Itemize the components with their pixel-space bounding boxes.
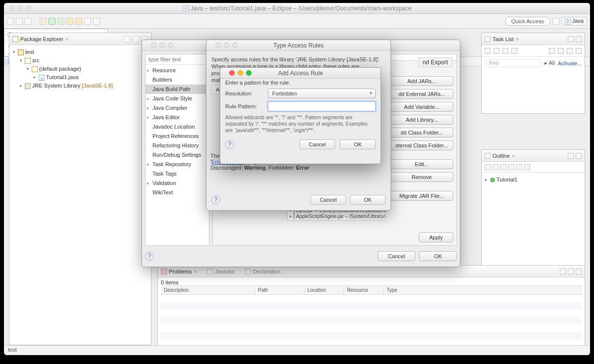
new-icon[interactable] <box>7 18 14 25</box>
apply-button[interactable]: Apply <box>419 232 453 242</box>
order-export-tab[interactable]: nd Export <box>418 57 452 67</box>
property-category-java-build-path[interactable]: Java Build Path <box>146 85 209 94</box>
collapse-all-icon[interactable] <box>123 36 130 43</box>
new-task-icon[interactable] <box>485 48 491 54</box>
cancel-button[interactable]: Cancel <box>299 139 335 149</box>
run-icon[interactable] <box>49 18 55 25</box>
minimize-icon[interactable] <box>568 36 574 42</box>
migrate-jar-button[interactable]: Migrate JAR File... <box>390 191 453 201</box>
quick-access-field[interactable]: Quick Access <box>505 17 550 26</box>
hide-icon[interactable] <box>558 48 564 54</box>
hide-nonpublic-icon[interactable] <box>508 164 514 170</box>
java-perspective-button[interactable]: J Java <box>561 17 587 26</box>
add-library-button[interactable]: Add Library... <box>390 115 453 125</box>
zoom-icon[interactable] <box>232 43 238 48</box>
property-category-refactoring-history[interactable]: Refactoring History <box>146 141 209 150</box>
property-category-task-repository[interactable]: Task Repository <box>146 160 209 169</box>
minimize-icon[interactable] <box>568 269 574 274</box>
project-node[interactable]: ▾test <box>11 48 149 56</box>
hide-local-icon[interactable] <box>516 164 522 170</box>
property-category-resource[interactable]: Resource <box>146 66 209 75</box>
package-node[interactable]: ▾(default package) <box>11 65 149 73</box>
problems-tab[interactable]: Problems <box>169 269 192 274</box>
filter-icon[interactable] <box>549 48 555 54</box>
schedule-icon[interactable] <box>502 48 508 54</box>
javadoc-tab[interactable]: Javadoc <box>215 269 235 274</box>
column-path[interactable]: Path <box>255 286 304 294</box>
new-package-icon[interactable] <box>66 18 73 25</box>
add-variable-button[interactable]: Add Variable... <box>390 102 453 112</box>
task-find-input[interactable]: Find <box>485 59 542 67</box>
property-category-java-compiler[interactable]: Java Compiler <box>146 103 209 113</box>
src-folder-node[interactable]: ▾src <box>11 56 149 65</box>
declaration-tab[interactable]: Declaration <box>253 269 281 274</box>
view-menu-icon[interactable] <box>560 269 566 274</box>
minimize-icon[interactable] <box>568 153 574 159</box>
close-icon[interactable]: × <box>65 36 68 42</box>
property-category-builders[interactable]: Builders <box>146 75 209 85</box>
ok-button[interactable]: OK <box>350 195 386 205</box>
property-category-validation[interactable]: Validation <box>146 179 209 188</box>
maximize-icon[interactable] <box>576 269 582 274</box>
remove-button[interactable]: Remove <box>390 172 453 182</box>
column-description[interactable]: Description <box>161 286 255 294</box>
outline-class-node[interactable]: ▸Tutorial1 <box>484 176 583 184</box>
categorize-icon[interactable] <box>494 48 499 54</box>
property-category-javadoc-location[interactable]: Javadoc Location <box>146 122 209 132</box>
add-jars-button[interactable]: Add JARs... <box>390 76 453 86</box>
show-all-link[interactable]: ▸ All <box>544 60 555 66</box>
close-icon[interactable] <box>229 70 235 76</box>
resolution-select[interactable]: Forbidden <box>268 89 376 98</box>
new-class-icon[interactable] <box>75 18 82 25</box>
open-perspective-icon[interactable] <box>552 18 559 25</box>
zoom-icon[interactable] <box>246 70 251 76</box>
column-location[interactable]: Location <box>304 286 344 294</box>
save-icon[interactable] <box>16 18 23 25</box>
ok-button[interactable]: OK <box>340 139 376 149</box>
rule-pattern-input[interactable] <box>268 101 376 111</box>
sort-icon[interactable] <box>485 164 491 170</box>
minimize-icon[interactable] <box>159 43 165 48</box>
zoom-icon[interactable] <box>168 43 173 48</box>
jre-library-node[interactable]: ▸JRE System Library [JavaSE-1.8] <box>11 82 149 90</box>
property-category-wikitext[interactable]: WikiText <box>146 188 209 197</box>
hide-fields-icon[interactable] <box>493 164 498 170</box>
collapse-icon[interactable] <box>567 48 573 54</box>
close-icon[interactable] <box>215 43 221 48</box>
maximize-icon[interactable] <box>576 153 582 159</box>
activate-link[interactable]: Activate... <box>558 60 582 66</box>
property-category-java-editor[interactable]: Java Editor <box>146 113 209 122</box>
minimize-icon[interactable] <box>238 70 243 76</box>
property-category-task-tags[interactable]: Task Tags <box>146 169 209 179</box>
edit-button[interactable]: Edit... <box>390 159 453 169</box>
column-resource[interactable]: Resource <box>344 286 384 294</box>
property-category-project-references[interactable]: Project References <box>146 132 209 141</box>
sync-icon[interactable] <box>511 48 517 54</box>
presentation-icon[interactable] <box>576 48 582 54</box>
cancel-button[interactable]: Cancel <box>378 251 415 261</box>
filter-input[interactable] <box>146 54 209 65</box>
close-icon[interactable] <box>151 43 156 48</box>
close-icon[interactable]: × <box>194 269 197 274</box>
focus-icon[interactable] <box>524 164 530 170</box>
run-last-icon[interactable] <box>57 18 64 25</box>
link-editor-icon[interactable] <box>132 36 139 43</box>
cancel-button[interactable]: Cancel <box>310 195 346 205</box>
minimize-icon[interactable] <box>224 43 229 48</box>
add-external-class-folder-button[interactable]: xternal Class Folder... <box>390 140 453 150</box>
ok-button[interactable]: OK <box>419 251 457 261</box>
property-category-java-code-style[interactable]: Java Code Style <box>146 94 209 103</box>
help-icon[interactable]: ? <box>225 140 234 149</box>
save-all-icon[interactable] <box>25 18 32 25</box>
close-icon[interactable]: × <box>516 36 519 42</box>
help-icon[interactable]: ? <box>211 195 220 204</box>
close-icon[interactable]: × <box>512 153 515 159</box>
add-class-folder-button[interactable]: dd Class Folder... <box>390 128 453 137</box>
debug-icon[interactable] <box>40 18 47 25</box>
help-icon[interactable]: ? <box>145 252 154 261</box>
search-icon[interactable] <box>93 18 100 25</box>
maximize-icon[interactable] <box>576 36 582 42</box>
column-type[interactable]: Type <box>384 286 582 294</box>
java-file-node[interactable]: ▸JTutorial1.java <box>11 73 149 82</box>
open-type-icon[interactable] <box>84 18 91 25</box>
